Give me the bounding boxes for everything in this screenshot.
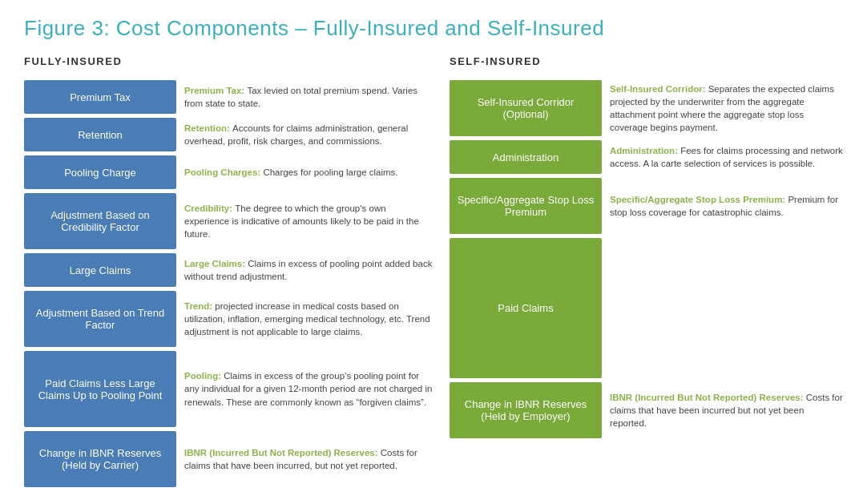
si-box-si-corridor: Self-Insured Corridor (Optional): [450, 80, 602, 136]
fi-box-retention: Retention: [24, 118, 176, 151]
self-insured-descriptions: Self-Insured Corridor: Separates the exp…: [602, 80, 843, 487]
si-desc-0: Self-Insured Corridor: Separates the exp…: [610, 80, 843, 136]
si-term-2: Specific/Aggregate Stop Loss Premium:: [610, 195, 788, 204]
fully-insured-boxes: Premium TaxRetentionPooling ChargeAdjust…: [24, 80, 176, 487]
fi-box-ibnr: Change in IBNR Reserves (Held by Carrier…: [24, 431, 176, 487]
si-box-si-ibnr: Change in IBNR Reserves (Held by Employe…: [450, 382, 602, 438]
fi-desc-1: Retention: Accounts for claims administr…: [184, 118, 434, 151]
si-box-si-paid-claims: Paid Claims: [450, 238, 602, 378]
si-desc-1: Administration: Fees for claims processi…: [610, 140, 843, 174]
fi-term-1: Retention:: [184, 123, 232, 133]
fi-term-3: Credibility:: [184, 204, 235, 213]
fully-insured-descriptions: Premium Tax: Tax levied on total premium…: [176, 80, 434, 487]
self-insured-boxes: Self-Insured Corridor (Optional)Administ…: [450, 80, 602, 487]
fi-desc-2: Pooling Charges: Charges for pooling lar…: [184, 155, 434, 189]
page-title: Figure 3: Cost Components – Fully-Insure…: [24, 16, 843, 41]
si-desc-2: Specific/Aggregate Stop Loss Premium: Pr…: [610, 178, 843, 234]
fi-term-2: Pooling Charges:: [184, 167, 263, 177]
si-desc-3: [610, 238, 843, 378]
fi-term-7: IBNR (Incurred But Not Reported) Reserve…: [184, 448, 381, 458]
fi-desc-0: Premium Tax: Tax levied on total premium…: [184, 80, 434, 114]
fi-box-large-claims: Large Claims: [24, 253, 176, 287]
fi-desc-7: IBNR (Incurred But Not Reported) Reserve…: [184, 431, 434, 487]
fi-desc-4: Large Claims: Claims in excess of poolin…: [184, 253, 434, 287]
fully-insured-section: Premium TaxRetentionPooling ChargeAdjust…: [24, 80, 434, 487]
si-box-si-admin: Administration: [450, 140, 602, 174]
fi-desc-3: Credibility: The degree to which the gro…: [184, 193, 434, 249]
fi-term-6: Pooling:: [184, 371, 224, 381]
fi-box-credibility: Adjustment Based on Credibility Factor: [24, 193, 176, 249]
fi-term-4: Large Claims:: [184, 259, 248, 268]
fi-desc-5: Trend: projected increase in medical cos…: [184, 291, 434, 347]
self-insured-header: SELF-INSURED: [450, 55, 843, 67]
si-box-si-stop-loss: Specific/Aggregate Stop Loss Premium: [450, 178, 602, 234]
si-term-0: Self-Insured Corridor:: [610, 84, 708, 94]
fi-desc-6: Pooling: Claims in excess of the group’s…: [184, 351, 434, 427]
fully-insured-header: FULLY-INSURED: [24, 55, 434, 67]
fi-box-trend: Adjustment Based on Trend Factor: [24, 291, 176, 347]
fi-box-premium-tax: Premium Tax: [24, 80, 176, 114]
si-desc-4: IBNR (Incurred But Not Reported) Reserve…: [610, 382, 843, 438]
fi-term-0: Premium Tax:: [184, 86, 247, 95]
self-insured-section: Self-Insured Corridor (Optional)Administ…: [434, 80, 843, 487]
fi-box-paid-claims-less: Paid Claims Less Large Claims Up to Pool…: [24, 351, 176, 427]
si-term-4: IBNR (Incurred But Not Reported) Reserve…: [610, 393, 806, 402]
si-term-1: Administration:: [610, 146, 680, 155]
fi-term-5: Trend:: [184, 301, 215, 311]
fi-box-pooling-charge: Pooling Charge: [24, 155, 176, 189]
